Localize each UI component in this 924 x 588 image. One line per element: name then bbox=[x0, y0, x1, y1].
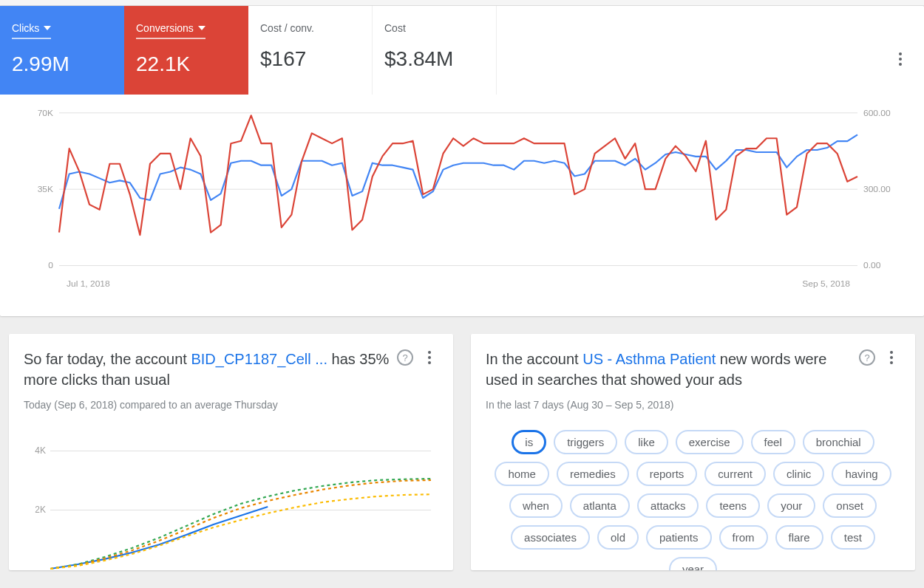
word-pill[interactable]: reports bbox=[636, 462, 698, 486]
metric-value: $3.84M bbox=[384, 47, 484, 71]
insight-card-clicks: So far today, the account BID_CP1187_Cel… bbox=[9, 334, 453, 570]
overview-menu-button[interactable] bbox=[891, 50, 909, 68]
word-pill[interactable]: your bbox=[767, 493, 815, 518]
insight-menu-button[interactable] bbox=[421, 349, 438, 366]
svg-text:Jul 1, 2018: Jul 1, 2018 bbox=[67, 279, 110, 289]
word-pill[interactable]: clinic bbox=[773, 462, 824, 486]
metric-value: 2.99M bbox=[12, 52, 112, 76]
word-pill[interactable]: test bbox=[831, 525, 875, 550]
insight-subtitle: Today (Sep 6, 2018) compared to an avera… bbox=[24, 399, 438, 411]
word-pill[interactable]: feel bbox=[751, 430, 795, 454]
overview-panel: Clicks2.99MConversions22.1KCost / conv.$… bbox=[0, 6, 924, 316]
chevron-down-icon bbox=[44, 26, 51, 30]
title-text: In the account bbox=[486, 351, 582, 367]
svg-text:Sep 5, 2018: Sep 5, 2018 bbox=[802, 279, 850, 289]
word-pill[interactable]: exercise bbox=[676, 430, 744, 454]
insight-card-title: So far today, the account BID_CP1187_Cel… bbox=[24, 349, 391, 390]
word-pill[interactable]: teens bbox=[706, 493, 760, 518]
svg-text:600.00: 600.00 bbox=[863, 109, 891, 117]
word-pill[interactable]: associates bbox=[511, 525, 590, 550]
word-pill[interactable]: from bbox=[719, 525, 768, 550]
help-icon[interactable]: ? bbox=[859, 349, 875, 366]
word-pill[interactable]: home bbox=[495, 462, 549, 486]
small-line-chart: 2K4K bbox=[24, 428, 438, 570]
account-link[interactable]: BID_CP1187_Cell ... bbox=[191, 351, 327, 367]
metric-clicks[interactable]: Clicks2.99M bbox=[0, 6, 124, 95]
word-pill[interactable]: like bbox=[625, 430, 668, 454]
word-pill[interactable]: onset bbox=[823, 493, 877, 518]
svg-text:35K: 35K bbox=[38, 184, 53, 194]
metric-label: Cost bbox=[384, 22, 406, 34]
metric-value: $167 bbox=[260, 47, 360, 71]
metric-conversions[interactable]: Conversions22.1K bbox=[124, 6, 248, 95]
svg-text:70K: 70K bbox=[38, 109, 53, 117]
word-cloud: istriggerslikeexercisefeelbronchialhomer… bbox=[486, 430, 900, 570]
insight-subtitle: In the last 7 days (Aug 30 – Sep 5, 2018… bbox=[486, 399, 900, 411]
metric-cost-conv-: Cost / conv.$167 bbox=[248, 6, 373, 95]
word-pill[interactable]: triggers bbox=[554, 430, 617, 454]
insight-menu-button[interactable] bbox=[883, 349, 900, 366]
metric-cost: Cost$3.84M bbox=[373, 6, 497, 95]
insight-small-chart: 2K4K bbox=[24, 428, 438, 570]
word-pill[interactable]: current bbox=[704, 462, 766, 486]
svg-text:0: 0 bbox=[48, 261, 53, 270]
svg-text:0.00: 0.00 bbox=[863, 261, 881, 270]
word-pill[interactable]: flare bbox=[775, 525, 823, 550]
word-pill[interactable]: old bbox=[597, 525, 639, 550]
metric-label: Clicks bbox=[12, 22, 39, 34]
word-pill[interactable]: when bbox=[509, 493, 563, 518]
svg-text:4K: 4K bbox=[35, 445, 46, 456]
svg-text:300.00: 300.00 bbox=[863, 184, 891, 194]
insight-cards-row: So far today, the account BID_CP1187_Cel… bbox=[0, 334, 924, 570]
word-pill[interactable]: having bbox=[832, 462, 891, 486]
metric-label: Cost / conv. bbox=[260, 22, 314, 34]
word-pill[interactable]: patients bbox=[646, 525, 712, 550]
word-pill[interactable]: is bbox=[512, 430, 546, 454]
word-pill[interactable]: bronchial bbox=[803, 430, 874, 454]
insight-card-words: In the account US - Asthma Patient new w… bbox=[471, 334, 915, 570]
overview-line-chart: 035K70K0.00300.00600.00Jul 1, 2018Sep 5,… bbox=[22, 109, 902, 294]
word-pill[interactable]: attacks bbox=[637, 493, 699, 518]
svg-text:2K: 2K bbox=[35, 505, 46, 515]
word-pill[interactable]: year bbox=[669, 557, 717, 570]
word-pill[interactable]: atlanta bbox=[570, 493, 630, 518]
overview-chart: 035K70K0.00300.00600.00Jul 1, 2018Sep 5,… bbox=[0, 95, 924, 316]
help-icon[interactable]: ? bbox=[397, 349, 413, 366]
word-pill[interactable]: remedies bbox=[557, 462, 629, 486]
metric-label: Conversions bbox=[136, 22, 194, 34]
metric-row: Clicks2.99MConversions22.1KCost / conv.$… bbox=[0, 6, 924, 95]
app-topbar bbox=[0, 0, 924, 6]
metric-value: 22.1K bbox=[136, 52, 237, 76]
chevron-down-icon bbox=[198, 26, 205, 30]
title-text: So far today, the account bbox=[24, 351, 191, 367]
insight-card-title: In the account US - Asthma Patient new w… bbox=[486, 349, 853, 390]
account-link[interactable]: US - Asthma Patient bbox=[582, 351, 716, 367]
